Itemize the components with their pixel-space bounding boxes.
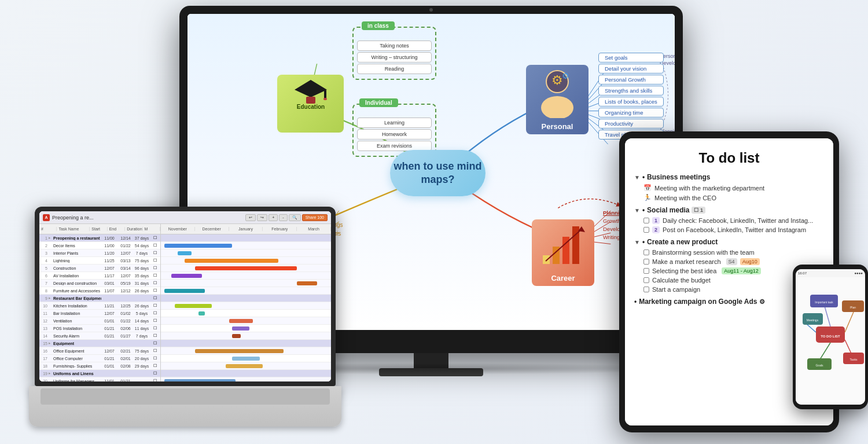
- table-row: 18 Furnishings- Supplies 01/01 02/08 29 …: [39, 362, 160, 370]
- svg-point-21: [323, 98, 327, 100]
- table-row: 16 Office Equipment 12/07 02/21 75 days …: [39, 347, 160, 355]
- todo-text: Meeting with the CEO: [654, 195, 716, 201]
- svg-text:Education: Education: [296, 104, 324, 110]
- center-label: when to use mind maps?: [390, 160, 486, 187]
- todo-text: Post on Facebook, LinkedIn, Twitter and …: [663, 226, 806, 233]
- gantt-bar: [171, 274, 202, 278]
- gantt-task-list: # Task Name Start End Duration M 1 ▸: [39, 224, 161, 381]
- section-arrow: ▼: [634, 174, 640, 181]
- node-center: when to use mind maps?: [390, 150, 486, 196]
- svg-text:Plan: Plan: [850, 306, 856, 309]
- social-badge: ☐ 1: [692, 207, 705, 214]
- gantt-bar-row: [161, 310, 331, 317]
- svg-text:Goals: Goals: [815, 364, 823, 367]
- gantt-bar-row: [161, 332, 331, 340]
- table-row: 15 ▸ Equipment ☐: [39, 340, 160, 347]
- inclass-item-1: Taking notes: [357, 41, 432, 51]
- google-icon: ⚙: [759, 298, 765, 306]
- gantt-search-btn[interactable]: 🔍: [289, 214, 301, 221]
- gantt-chart-area: November December January February March: [161, 224, 331, 381]
- gantt-bar: [175, 304, 212, 308]
- node-career: Career: [532, 219, 594, 286]
- table-row: 10 Kitchen Installation 11/21 12/25 26 d…: [39, 302, 160, 310]
- gantt-share-btn[interactable]: Share 100: [302, 214, 328, 221]
- svg-text:Meetings: Meetings: [807, 318, 819, 322]
- gantt-app-icon: A: [43, 214, 50, 221]
- gantt-month-nov: November: [161, 227, 195, 231]
- todo-item: 1 Daily check: Facebook, LinkedIn, Twitt…: [634, 216, 824, 225]
- gantt-bar-row: [161, 355, 331, 362]
- todo-checkbox[interactable]: [643, 277, 649, 283]
- phone-frame: 16:07 ●●●● TO DO LIST: [793, 265, 868, 409]
- scene: when to use mind maps? Education: [0, 0, 868, 444]
- table-row: 1 ▸ Preopening a restaurant 11/00 12/14 …: [39, 234, 160, 242]
- todo-checkbox[interactable]: [643, 218, 649, 223]
- gantt-bar-row: [161, 265, 331, 272]
- svg-text:TO DO LIST: TO DO LIST: [821, 335, 840, 338]
- individual-item-2: Homework: [357, 129, 432, 140]
- phone-status-bar: 16:07 ●●●●: [796, 269, 865, 277]
- gantt-redo-btn[interactable]: ↪: [257, 214, 267, 221]
- gantt-zoom-out-btn[interactable]: -: [279, 214, 287, 221]
- gantt-bar-row: [161, 377, 331, 381]
- svg-line-47: [825, 306, 830, 326]
- inclass-label: in class: [362, 21, 395, 30]
- gantt-bar-row: [161, 302, 331, 310]
- todo-checkbox[interactable]: [643, 249, 649, 255]
- gantt-undo-btn[interactable]: ↩: [245, 214, 256, 221]
- todo-text: Make a market research: [652, 258, 721, 265]
- gantt-zoom-in-btn[interactable]: +: [269, 214, 278, 221]
- gantt-col-num: #: [39, 227, 57, 231]
- gantt-bar: [232, 334, 241, 338]
- section-bullet: •: [634, 298, 637, 306]
- market-research-badge1: S4: [726, 258, 737, 265]
- table-row: 6 AV Installation 11/17 12/07 35 days ☐: [39, 272, 160, 280]
- gantt-bar: [185, 259, 278, 263]
- gantt-header: A Preopening a re... ↩ ↪ + - 🔍 Share 100: [39, 211, 331, 224]
- gantt-col-dur: Duration: [125, 227, 142, 231]
- todo-checkbox[interactable]: [643, 287, 649, 292]
- todo-title: To do list: [634, 150, 824, 166]
- table-row: 8 Furniture and Accessories 11/07 12/12 …: [39, 287, 160, 295]
- todo-text: Meeting with the marketing department: [654, 185, 764, 192]
- gantt-bar-row: [161, 249, 331, 257]
- svg-marker-18: [295, 80, 327, 97]
- gantt-month-jan: January: [229, 227, 263, 231]
- section-title-business: Business meetings: [647, 173, 710, 181]
- laptop-screen: A Preopening a re... ↩ ↪ + - 🔍 Share 100: [39, 211, 331, 381]
- phone: 16:07 ●●●● TO DO LIST: [793, 265, 868, 409]
- todo-section-header: ▼ • Social media ☐ 1: [634, 206, 824, 214]
- table-row: 14 Security Alarm 01/21 01/27 7 days ☐: [39, 332, 160, 340]
- svg-rect-39: [543, 255, 550, 264]
- node-personal: ⚙ ⚙ Personal: [526, 65, 589, 134]
- todo-item: 2 Post on Facebook, LinkedIn, Twitter an…: [634, 225, 824, 234]
- gantt-bar: [297, 281, 317, 285]
- section-bullet: •: [642, 173, 645, 181]
- todo-text: Start a campaign: [652, 286, 700, 293]
- career-label: Career: [551, 274, 575, 282]
- gantt-bars-area: [161, 234, 331, 381]
- gantt-bar-row: [161, 257, 331, 265]
- todo-checkbox[interactable]: [643, 227, 649, 233]
- section-title-product: Create a new product: [647, 238, 718, 246]
- laptop: A Preopening a re... ↩ ↪ + - 🔍 Share 100: [35, 207, 336, 427]
- laptop-lid: A Preopening a re... ↩ ↪ + - 🔍 Share 100: [35, 207, 336, 386]
- todo-item: 🏃 Meeting with the CEO: [634, 193, 824, 203]
- gantt-bar-row: [161, 317, 331, 325]
- gantt-bar-row: [161, 272, 331, 280]
- gantt-bar: [164, 244, 233, 248]
- todo-text: Brainstorming session with the team: [652, 249, 755, 256]
- gantt-month-dec: December: [195, 227, 229, 231]
- todo-icon: 🏃: [643, 194, 652, 201]
- gantt-month-mar: March: [297, 227, 331, 231]
- gantt-month-headers: November December January February March: [161, 224, 331, 234]
- table-row: 4 Lightning 11/25 03/13 75 days ☐: [39, 257, 160, 265]
- table-row: 12 Ventilation 01/01 01/22 14 days ☐: [39, 317, 160, 325]
- gantt-bar: [232, 326, 249, 331]
- todo-checkbox[interactable]: [643, 259, 649, 265]
- todo-num-badge: 2: [652, 226, 660, 233]
- gantt-bar: [195, 349, 284, 353]
- todo-checkbox[interactable]: [643, 268, 649, 274]
- todo-num-badge: 1: [652, 217, 660, 224]
- phone-signal: ●●●●: [855, 271, 863, 275]
